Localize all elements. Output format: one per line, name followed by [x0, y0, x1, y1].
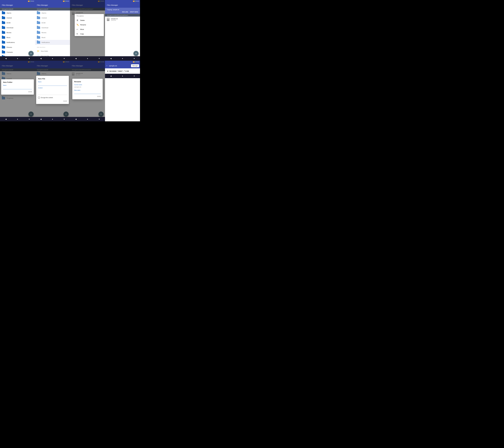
nav-recents-tl[interactable]: [27, 57, 31, 60]
folder-icon: [2, 17, 5, 19]
folder-dcim-tl[interactable]: DCIM: [0, 20, 35, 25]
folder-movies-tcl[interactable]: Movies: [35, 30, 70, 35]
copy-text: Copying: sample.txt: [107, 9, 138, 11]
nav-home-tr[interactable]: [121, 57, 124, 60]
dialog-save-btn-bcr[interactable]: SAVE: [97, 96, 101, 97]
nav-back-bl[interactable]: [4, 117, 8, 121]
new-name-input[interactable]: [74, 91, 101, 94]
nav-home-tcl[interactable]: [51, 57, 54, 60]
folder-notifications-tl[interactable]: Notifications: [0, 40, 35, 45]
back-icon-br[interactable]: ←: [106, 65, 108, 67]
nav-back-tcl[interactable]: [39, 57, 43, 60]
decline-btn[interactable]: DECLINE: [122, 11, 128, 13]
folder-movies-tl[interactable]: Movies: [0, 30, 35, 35]
nav-back-br[interactable]: [109, 74, 113, 78]
nav-back-tcr[interactable]: [74, 57, 78, 60]
nav-bar-tcr: [70, 56, 105, 61]
status-bar-tr: 📶🔋 09:23: [105, 0, 140, 2]
nav-recents-tr[interactable]: [132, 57, 136, 60]
new-text-file-label: New text file: [41, 55, 49, 56]
folder-dcim-tcl[interactable]: DCIM: [35, 20, 70, 25]
decrypt-button[interactable]: Decrypt: [131, 64, 139, 67]
folder-icon: [2, 56, 5, 56]
folder-label: Notifications: [41, 41, 50, 43]
status-icons-tr: 📶🔋: [133, 0, 136, 2]
screen-bottom-cl: 📶🔋 09:23 Files Manager /storage/emulated…: [35, 61, 70, 121]
folder-music-tl[interactable]: Music: [0, 35, 35, 40]
nav-bar-tcl: [35, 56, 70, 61]
fab-tr[interactable]: +: [133, 51, 139, 56]
encrypt-label: Encrypt the content: [41, 97, 53, 98]
drop-here-btn[interactable]: DROP HERE: [130, 11, 138, 13]
folder-label: Pictures: [6, 46, 12, 48]
folder-icon: [2, 12, 5, 14]
nav-recents-tcr[interactable]: [97, 57, 101, 60]
file-sample-tr[interactable]: sample.txt 126.00 B: [105, 17, 140, 22]
folder-download-tl[interactable]: Download: [0, 25, 35, 30]
menu-rename[interactable]: ✏️ Rename: [75, 22, 104, 27]
app-title-tl: Files Manager: [2, 4, 13, 6]
fab-tl[interactable]: +: [28, 51, 34, 56]
nav-home-bl[interactable]: [16, 117, 19, 121]
encrypt-checkbox[interactable]: [38, 97, 40, 99]
dialog-name-label-bcl: Name: [38, 81, 67, 83]
nav-home-tl[interactable]: [16, 57, 19, 60]
new-folder-btn-tcl[interactable]: 📁 New folder: [35, 49, 70, 54]
nav-recents-bl[interactable]: [27, 117, 31, 121]
folder-label: Movies: [6, 32, 11, 34]
screen-bottom-left: 📶🔋 09:23 Files Manager /storage/emulated…: [0, 61, 35, 121]
nav-recents-bcr[interactable]: [97, 117, 101, 121]
dialog-name-input-bl[interactable]: [3, 87, 32, 89]
dialog-save-btn-bcl[interactable]: SAVE: [63, 100, 67, 102]
copy-notification: Copying: sample.txt DECLINE DROP HERE: [105, 8, 140, 14]
dialog-title-bcl: New File: [38, 78, 67, 80]
nav-recents-tcl[interactable]: [62, 57, 66, 60]
nav-back-bcr[interactable]: [74, 117, 78, 121]
context-menu-header: File options: [75, 14, 104, 18]
nav-bar-br: [105, 74, 140, 78]
folder-android-tl[interactable]: Android: [0, 15, 35, 20]
nav-home-br[interactable]: [121, 74, 124, 78]
folder-label: DCIM: [41, 22, 45, 24]
nav-home-bcl[interactable]: [51, 117, 54, 121]
folder-android-tcl[interactable]: Android: [35, 15, 70, 20]
nav-recents-bcl[interactable]: [62, 117, 66, 121]
new-text-file-btn-tcl[interactable]: 📄 New text file: [35, 54, 70, 56]
folder-alarms-tcl[interactable]: Alarms: [35, 11, 70, 15]
status-bar-tl: 📶🔋 09:22: [0, 0, 35, 2]
folder-icon: [2, 21, 5, 24]
dialog-name-input-bcl[interactable]: [38, 83, 67, 86]
app-title-tr: Files Manager: [107, 4, 118, 6]
folder-alarms-tl[interactable]: Alarms: [0, 11, 35, 15]
folder-music-tcl[interactable]: Music: [35, 35, 70, 40]
folder-label: Android: [6, 17, 12, 19]
nav-back-bcl[interactable]: [39, 117, 43, 121]
dialog-save-btn-bl[interactable]: SAVE: [28, 91, 32, 93]
menu-delete[interactable]: 🗑 Delete: [75, 18, 104, 22]
menu-copy[interactable]: ⧉ Copy: [75, 32, 104, 36]
folder-icon: [37, 17, 40, 19]
move-label: Move: [80, 28, 84, 30]
menu-move[interactable]: ↩ Move: [75, 27, 104, 32]
nav-home-tcr[interactable]: [86, 57, 89, 60]
screen-top-left: 📶🔋 09:22 Files Manager /storage/emulated…: [0, 0, 35, 61]
status-bar-tcl: 📶🔋 09:23: [35, 0, 70, 2]
nav-home-bcr[interactable]: [86, 117, 89, 121]
folder-download-tcl[interactable]: Download: [35, 25, 70, 30]
nav-recents-br[interactable]: [132, 74, 136, 78]
nav-bar-bcr: [70, 117, 105, 121]
folder-notifications-tcl[interactable]: Notifications: [35, 40, 70, 45]
current-name-label: Current name: [74, 84, 101, 85]
folder-icon: [37, 36, 40, 39]
new-folder-dialog: New Folder Name SAVE: [1, 79, 34, 95]
nav-back-tl[interactable]: [4, 57, 8, 60]
app-bar-tl: Files Manager: [0, 2, 35, 8]
rename-label: Rename: [80, 24, 86, 26]
dialog-content-area-bcl[interactable]: [38, 89, 67, 95]
delete-label: Delete: [80, 19, 85, 21]
folder-icon: [37, 12, 40, 14]
folder-icon: [2, 31, 5, 34]
folder-icon: [2, 46, 5, 49]
folder-pictures-tl[interactable]: Pictures: [0, 45, 35, 50]
nav-back-tr[interactable]: [109, 57, 113, 60]
